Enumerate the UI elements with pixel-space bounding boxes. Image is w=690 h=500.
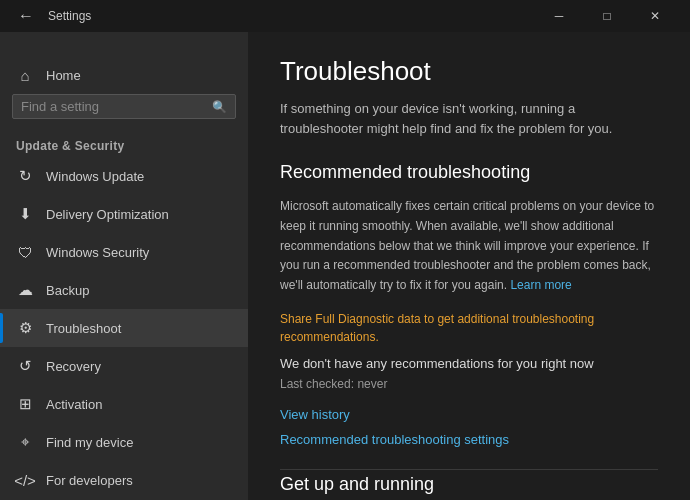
search-icon: 🔍 (212, 100, 227, 114)
windows-update-icon: ↻ (16, 167, 34, 185)
search-input[interactable] (21, 99, 212, 114)
learn-more-link[interactable]: Learn more (510, 278, 571, 292)
sidebar-item-troubleshoot-label: Troubleshoot (46, 321, 121, 336)
for-developers-icon: </> (16, 471, 34, 489)
find-my-device-icon: ⌖ (16, 433, 34, 451)
sidebar-item-home[interactable]: ⌂ Home (0, 56, 248, 94)
sidebar-item-delivery-optimization-label: Delivery Optimization (46, 207, 169, 222)
recommended-section-title: Recommended troubleshooting (280, 162, 658, 183)
maximize-button[interactable]: □ (584, 0, 630, 32)
windows-security-icon: 🛡 (16, 243, 34, 261)
sidebar-item-windows-security[interactable]: 🛡 Windows Security (0, 233, 248, 271)
activation-icon: ⊞ (16, 395, 34, 413)
sidebar-item-backup[interactable]: ☁ Backup (0, 271, 248, 309)
content-area: Troubleshoot If something on your device… (248, 32, 690, 500)
sidebar-item-windows-update[interactable]: ↻ Windows Update (0, 157, 248, 195)
sidebar-home-link (0, 32, 248, 56)
home-icon: ⌂ (16, 66, 34, 84)
titlebar: ← Settings ─ □ ✕ (0, 0, 690, 32)
page-subtitle: If something on your device isn't workin… (280, 99, 658, 138)
sidebar-item-find-my-device-label: Find my device (46, 435, 133, 450)
recommended-description: Microsoft automatically fixes certain cr… (280, 197, 658, 296)
backup-icon: ☁ (16, 281, 34, 299)
sidebar-item-windows-update-label: Windows Update (46, 169, 144, 184)
sidebar-item-backup-label: Backup (46, 283, 89, 298)
sidebar-item-for-developers-label: For developers (46, 473, 133, 488)
close-button[interactable]: ✕ (632, 0, 678, 32)
search-box[interactable]: 🔍 (12, 94, 236, 119)
window-controls: ─ □ ✕ (536, 0, 678, 32)
section-label: Update & Security (0, 131, 248, 157)
troubleshoot-icon: ⚙ (16, 319, 34, 337)
back-button[interactable]: ← (12, 2, 40, 30)
sidebar-item-activation[interactable]: ⊞ Activation (0, 385, 248, 423)
main-container: ⌂ Home 🔍 Update & Security ↻ Windows Upd… (0, 32, 690, 500)
sidebar-item-activation-label: Activation (46, 397, 102, 412)
recommended-settings-link[interactable]: Recommended troubleshooting settings (280, 432, 658, 447)
sidebar-item-troubleshoot[interactable]: ⚙ Troubleshoot (0, 309, 248, 347)
sidebar-item-windows-security-label: Windows Security (46, 245, 149, 260)
section-divider (280, 469, 658, 470)
sidebar-item-recovery-label: Recovery (46, 359, 101, 374)
share-diagnostic-link[interactable]: Share Full Diagnostic data to get additi… (280, 310, 658, 346)
sidebar-item-delivery-optimization[interactable]: ⬇ Delivery Optimization (0, 195, 248, 233)
get-running-title: Get up and running (280, 474, 658, 495)
sidebar: ⌂ Home 🔍 Update & Security ↻ Windows Upd… (0, 32, 248, 500)
last-checked-text: Last checked: never (280, 377, 658, 391)
app-title: Settings (48, 9, 91, 23)
sidebar-item-recovery[interactable]: ↺ Recovery (0, 347, 248, 385)
sidebar-item-for-developers[interactable]: </> For developers (0, 461, 248, 499)
no-recommendations-text: We don't have any recommendations for yo… (280, 356, 658, 371)
minimize-button[interactable]: ─ (536, 0, 582, 32)
back-icon: ← (18, 7, 34, 25)
delivery-optimization-icon: ⬇ (16, 205, 34, 223)
page-title: Troubleshoot (280, 56, 658, 87)
sidebar-item-find-my-device[interactable]: ⌖ Find my device (0, 423, 248, 461)
recovery-icon: ↺ (16, 357, 34, 375)
sidebar-item-home-label: Home (46, 68, 81, 83)
view-history-link[interactable]: View history (280, 407, 658, 422)
